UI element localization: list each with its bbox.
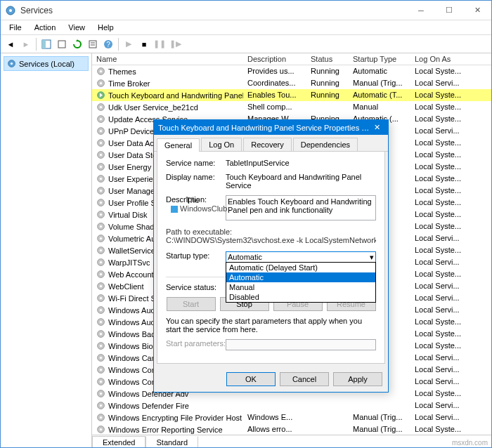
tab-logon[interactable]: Log On — [201, 138, 242, 151]
gear-icon — [96, 365, 105, 374]
service-logon: Local Servi... — [410, 125, 467, 137]
minimize-button[interactable]: ─ — [407, 3, 435, 18]
gear-icon — [96, 126, 105, 136]
toolbar: ◄ ► ? ▶ ■ ❚❚ ❚▶ — [1, 35, 491, 53]
col-description[interactable]: Description — [243, 53, 306, 65]
option-disabled[interactable]: Disabled — [226, 292, 375, 302]
gear-icon — [96, 91, 105, 100]
service-desc: Coordinates... — [243, 77, 306, 89]
option-manual[interactable]: Manual — [226, 282, 375, 292]
menu-help[interactable]: Help — [92, 22, 119, 33]
svg-point-46 — [100, 273, 102, 275]
gear-icon — [96, 162, 105, 171]
restart-service-button[interactable]: ❚▶ — [168, 37, 182, 51]
pause-service-button[interactable]: ❚❚ — [153, 37, 167, 51]
close-button[interactable]: ✕ — [463, 3, 491, 18]
svg-point-48 — [100, 285, 102, 287]
svg-point-11 — [11, 62, 13, 65]
col-status[interactable]: Status — [306, 53, 349, 65]
gear-icon — [96, 210, 105, 219]
service-status-label: Service status: — [166, 283, 226, 291]
gear-icon — [96, 389, 105, 398]
service-logon: Local Syste... — [410, 101, 467, 113]
service-name: WalletService — [108, 246, 155, 255]
display-name-label: Display name: — [166, 173, 226, 181]
list-header[interactable]: Name Description Status Startup Type Log… — [92, 53, 491, 65]
tab-dependencies[interactable]: Dependencies — [293, 138, 358, 151]
service-row[interactable]: ThemesProvides us...RunningAutomaticLoca… — [92, 65, 491, 77]
svg-point-64 — [100, 381, 102, 383]
svg-point-44 — [100, 261, 102, 263]
back-button[interactable]: ◄ — [4, 37, 18, 51]
service-name: Udk User Service_be21cd — [108, 103, 198, 112]
service-logon: Local Syste... — [410, 388, 467, 400]
svg-point-30 — [100, 178, 102, 180]
menu-action[interactable]: Action — [29, 22, 62, 33]
service-logon: Local Servi... — [410, 376, 467, 388]
col-name[interactable]: Name — [92, 53, 243, 65]
service-row[interactable]: Time BrokerCoordinates...RunningManual (… — [92, 77, 491, 89]
menu-view[interactable]: View — [63, 22, 91, 33]
show-hide-button[interactable] — [39, 37, 53, 51]
service-logon: Local Servi... — [410, 364, 467, 376]
service-logon: Local Syste... — [410, 149, 467, 161]
refresh-button[interactable] — [70, 37, 84, 51]
startup-type-dropdown[interactable]: Automatic ▾ Automatic (Delayed Start) Au… — [226, 251, 376, 263]
service-desc: Provides us... — [243, 65, 306, 77]
service-desc: Allows erro... — [243, 423, 306, 435]
menu-file[interactable]: File — [4, 22, 27, 33]
gear-icon — [96, 246, 105, 255]
col-startup[interactable]: Startup Type — [349, 53, 410, 65]
service-logon: Local Servi... — [410, 280, 467, 292]
service-startup: Automatic — [349, 65, 410, 77]
stop-service-button[interactable]: ■ — [137, 37, 151, 51]
service-row[interactable]: Touch Keyboard and Handwriting Panel Ser… — [92, 89, 491, 101]
service-row[interactable]: Windows Error Reporting ServiceAllows er… — [92, 423, 491, 435]
gear-icon — [96, 138, 105, 147]
description-field[interactable] — [226, 195, 376, 220]
tree-item-label: Services (Local) — [19, 60, 75, 68]
tab-general[interactable]: General — [157, 138, 200, 152]
dialog-close-button[interactable]: ✕ — [370, 123, 384, 132]
start-service-button[interactable]: ▶ — [122, 37, 136, 51]
service-logon: Local Syste... — [410, 161, 467, 173]
service-row[interactable]: Windows Encrypting File Provider Host Se… — [92, 411, 491, 423]
service-logon: Local Syste... — [410, 137, 467, 149]
ok-button[interactable]: OK — [226, 372, 276, 386]
gear-icon — [96, 234, 105, 243]
svg-point-22 — [100, 130, 102, 132]
tree-item-services-local[interactable]: Services (Local) — [4, 56, 89, 71]
gear-icon — [96, 377, 105, 386]
service-name: Windows Encrypting File Provider Host Se… — [108, 414, 243, 422]
cancel-button[interactable]: Cancel — [280, 372, 329, 386]
service-desc — [243, 400, 306, 411]
tab-standard[interactable]: Standard — [145, 436, 198, 447]
service-name: Touch Keyboard and Handwriting Panel Ser… — [108, 91, 243, 100]
service-desc: Enables Tou... — [243, 89, 306, 101]
maximize-button[interactable]: ☐ — [435, 3, 463, 18]
tab-extended[interactable]: Extended — [92, 436, 145, 447]
properties-button[interactable] — [86, 37, 100, 51]
option-auto-delayed[interactable]: Automatic (Delayed Start) — [226, 263, 375, 272]
svg-point-36 — [100, 213, 102, 216]
apply-button[interactable]: Apply — [333, 372, 382, 386]
service-logon: Local Servi... — [410, 304, 467, 316]
forward-button[interactable]: ► — [19, 37, 33, 51]
svg-point-68 — [100, 404, 102, 407]
svg-point-54 — [100, 321, 102, 323]
dialog-titlebar[interactable]: Touch Keyboard and Handwriting Panel Ser… — [154, 120, 388, 135]
svg-point-18 — [100, 106, 102, 108]
svg-point-52 — [100, 309, 102, 311]
service-logon: Local Servi... — [410, 411, 467, 423]
help-button[interactable]: ? — [101, 37, 115, 51]
service-logon: Local Syste... — [410, 340, 467, 352]
service-name: WarpJITSvc — [108, 258, 150, 267]
col-logon[interactable]: Log On As — [410, 53, 467, 65]
option-automatic[interactable]: Automatic — [226, 272, 375, 282]
tab-recovery[interactable]: Recovery — [243, 138, 291, 151]
service-row[interactable]: Udk User Service_be21cdShell comp...Manu… — [92, 101, 491, 113]
service-row[interactable]: Windows Defender FireLocal Servi... — [92, 400, 491, 411]
service-name-label: Service name: — [166, 159, 226, 167]
path-label: Path to executable: — [166, 228, 376, 236]
export-button[interactable] — [55, 37, 69, 51]
